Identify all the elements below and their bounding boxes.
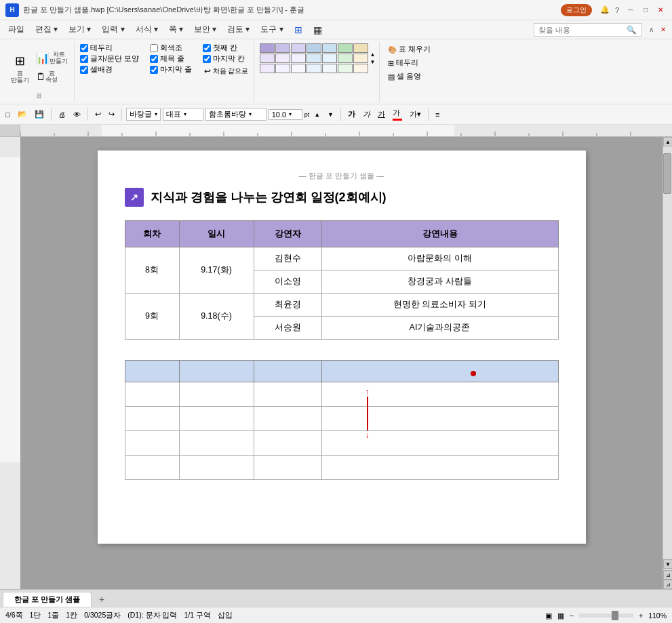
cb-last-row[interactable]: 마지막 줄	[150, 65, 192, 75]
status-view-icon[interactable]: ▣	[545, 611, 552, 620]
menu-review[interactable]: 검토 ▾	[222, 22, 255, 37]
cb-border[interactable]: 테두리	[80, 43, 139, 53]
new-button[interactable]: □	[3, 109, 13, 120]
menu-edit[interactable]: 편집 ▾	[30, 22, 63, 37]
menu-table-icon[interactable]: ⊞	[289, 22, 308, 37]
cb-last-col[interactable]: 마지막 칸	[203, 54, 250, 64]
menu-insert[interactable]: 입력 ▾	[96, 22, 130, 37]
zoom-handle[interactable]	[612, 611, 618, 620]
td-speaker-9-1: 최윤경	[254, 294, 321, 317]
style-down[interactable]: ▼	[370, 59, 375, 65]
font-type-dropdown[interactable]: 대표 ▾	[163, 108, 203, 121]
style-item[interactable]	[338, 43, 353, 53]
separator-3	[121, 108, 122, 121]
style-item[interactable]	[353, 64, 368, 73]
tab-main[interactable]: 한글 포 만들기 샘플	[3, 592, 92, 607]
style-item[interactable]	[260, 43, 275, 53]
ribbon-minimize[interactable]: ∧	[645, 24, 657, 36]
apply-button[interactable]: ↩ 처음 같으로	[203, 65, 250, 77]
search-box[interactable]: 🔍	[534, 23, 642, 37]
font-size-arrow: ▾	[289, 111, 292, 117]
menu-tools[interactable]: 도구 ▾	[255, 22, 288, 37]
fill-button[interactable]: 🎨 표 채우기	[385, 43, 433, 56]
table-props-button[interactable]: 🗒 표속성	[34, 68, 70, 86]
status-insert: 삽입	[218, 611, 233, 620]
menu-security[interactable]: 보안 ▾	[189, 22, 222, 37]
menu-file[interactable]: 파일	[3, 22, 30, 37]
scroll-down[interactable]: ▼	[663, 559, 672, 569]
style-item[interactable]	[291, 43, 306, 53]
minimize-button[interactable]: ─	[625, 4, 637, 16]
style-item[interactable]	[322, 54, 337, 63]
font-name-value: 함초롬바탕	[209, 109, 246, 119]
style-up[interactable]: ▲	[370, 52, 375, 58]
scroll-up[interactable]: ▲	[663, 137, 672, 146]
content-area[interactable]: — 한글 포 만들기 샘플 — ↗ 지식과 경험을 나누는 강연회 일정(2회예…	[20, 137, 663, 589]
style-item[interactable]	[307, 43, 321, 53]
style-item[interactable]	[338, 64, 353, 73]
ribbon-close[interactable]: ✕	[657, 24, 669, 36]
menu-format[interactable]: 서식 ▾	[130, 22, 163, 37]
preview-button[interactable]: 👁	[71, 109, 83, 120]
scroll-thumb[interactable]	[663, 153, 671, 194]
menu-page[interactable]: 쪽 ▾	[163, 22, 189, 37]
style-item[interactable]	[353, 43, 368, 53]
bold-button[interactable]: 가	[345, 108, 358, 121]
undo-button[interactable]: ↩	[92, 108, 104, 120]
status-zoom-in[interactable]: +	[639, 611, 643, 620]
style-item[interactable]	[307, 64, 321, 73]
title-bar: H 한글 포 만들기 샘플.hwp [C:\Users\sanae\OneDri…	[0, 0, 672, 20]
font-size-dropdown[interactable]: 10.0 ▾	[269, 109, 302, 120]
style-item[interactable]	[275, 54, 290, 63]
style-item[interactable]	[307, 54, 321, 63]
scroll-track[interactable]	[663, 146, 672, 559]
border-button[interactable]: ⊞ 테두리	[385, 57, 433, 69]
style-item[interactable]	[322, 43, 337, 53]
menu-view[interactable]: 보기 ▾	[63, 22, 96, 37]
save-button[interactable]: 💾	[32, 108, 47, 120]
cb-first-col[interactable]: 첫째 칸	[203, 43, 250, 53]
style-item[interactable]	[353, 54, 368, 63]
scroll-page-down[interactable]: ⊿	[663, 580, 672, 589]
align-button[interactable]: ≡	[433, 109, 442, 120]
maximize-button[interactable]: □	[639, 4, 652, 16]
tab-add-button[interactable]: +	[94, 592, 109, 607]
font-name-dropdown[interactable]: 함초롬바탕 ▾	[205, 108, 266, 121]
style-item[interactable]	[275, 64, 290, 73]
cb-title-row[interactable]: 제목 줄	[150, 54, 192, 64]
arrow-down: ↓	[365, 430, 370, 440]
cb-font[interactable]: 글자/문단 모양	[80, 54, 139, 64]
style-item[interactable]	[260, 54, 275, 63]
td-speaker-8-1: 김현수	[254, 247, 321, 270]
style-item[interactable]	[322, 64, 337, 73]
font-color-button[interactable]: 가	[390, 106, 405, 122]
scroll-page-up[interactable]: ⊿	[663, 570, 672, 580]
style-item[interactable]	[260, 64, 275, 73]
size-down[interactable]: ▼	[325, 110, 336, 119]
login-button[interactable]: 로그인	[561, 4, 592, 16]
highlight-button[interactable]: 가▾	[407, 108, 424, 121]
print-button[interactable]: 🖨	[56, 109, 68, 120]
close-button[interactable]: ✕	[654, 4, 667, 16]
cell-shade-button[interactable]: ▤ 셀 음영	[385, 71, 433, 83]
chart-button[interactable]: 📊 차트만들기	[34, 49, 70, 67]
underline-button[interactable]: 가	[375, 108, 388, 121]
style-item[interactable]	[291, 54, 306, 63]
redo-button[interactable]: ↪	[106, 108, 117, 120]
open-button[interactable]: 📂	[15, 108, 30, 120]
style-dropdown[interactable]: 바탕글 ▾	[126, 108, 161, 121]
make-table-button[interactable]: ⊞ 표만들기	[8, 49, 31, 86]
style-item[interactable]	[275, 43, 290, 53]
size-up[interactable]: ▲	[311, 110, 323, 119]
search-input[interactable]	[538, 26, 627, 34]
cb-cell-bg[interactable]: 셀배경	[80, 65, 139, 75]
cb-grey[interactable]: 회색조	[150, 43, 192, 53]
scrollbar-vertical[interactable]: ▲ ▼ ⊿ ⊿	[663, 137, 672, 589]
zoom-slider[interactable]	[579, 614, 633, 618]
status-grid-icon[interactable]: ▦	[557, 611, 564, 620]
style-item[interactable]	[291, 64, 306, 73]
style-item[interactable]	[338, 54, 353, 63]
status-zoom-out[interactable]: −	[570, 611, 574, 620]
menu-grid-icon[interactable]: ▦	[308, 22, 328, 37]
italic-button[interactable]: 가	[360, 108, 373, 121]
